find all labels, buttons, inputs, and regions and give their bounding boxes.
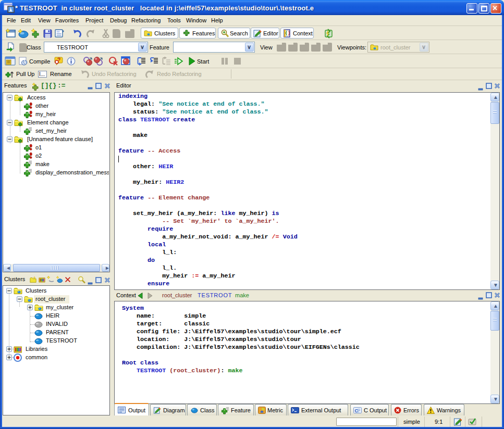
svg-text:I...: I...	[39, 71, 45, 77]
